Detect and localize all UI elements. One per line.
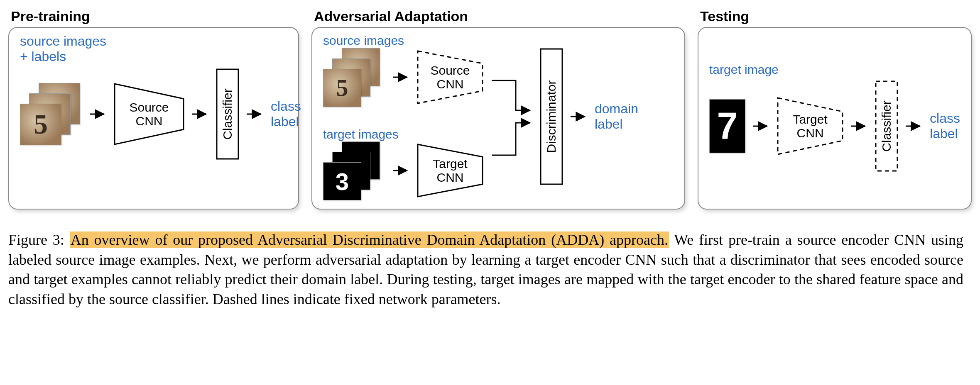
adapt-tgt-label: target images (323, 127, 483, 142)
adaptation-left-col: source images 1 6 5 Source CNN (323, 34, 483, 200)
arrow-icon (247, 109, 263, 119)
adapt-src-label: source images (323, 34, 483, 48)
panel-row: Pre-training source images + labels 1 6 … (8, 8, 972, 210)
pretraining-title: Pre-training (11, 8, 299, 24)
source-cnn-label: Source CNN (430, 63, 470, 91)
converging-arrows (491, 48, 532, 185)
arrow-icon (571, 112, 587, 122)
adapt-tgt-stack: 1 4 3 (323, 141, 385, 200)
figure-caption: Figure 3: An overview of our proposed Ad… (8, 230, 963, 309)
mnist-digit: 3 (323, 162, 361, 200)
pretraining-wrap: Pre-training source images + labels 1 6 … (8, 8, 299, 210)
classifier-label: Classifier (220, 88, 235, 139)
src-images-label: source images + labels (20, 34, 287, 64)
arrow-icon (90, 109, 106, 119)
class-label-output: class label (930, 111, 960, 141)
arrow-icon (906, 121, 922, 131)
class-label-output: class label (271, 99, 301, 129)
adapt-src-stack: 1 6 5 (323, 48, 385, 106)
discriminator-label: Discriminator (544, 80, 559, 153)
testing-title: Testing (700, 8, 972, 24)
target-cnn-frozen: Target CNN (777, 97, 843, 155)
classifier-frozen: Classifier (875, 80, 898, 172)
arrow-icon (192, 109, 208, 119)
source-cnn-frozen: Source CNN (417, 50, 483, 104)
arrow-icon (851, 121, 867, 131)
classifier-block: Classifier (216, 68, 239, 160)
target-cnn-label: Target CNN (433, 157, 467, 184)
testing-wrap: Testing target image 7 Target CNN Classi… (698, 8, 972, 210)
arrow-icon (393, 166, 409, 175)
src-digit-stack: 1 6 5 (20, 83, 82, 145)
svhn-digit: 5 (20, 104, 61, 145)
figure-number: Figure 3: (8, 231, 64, 248)
source-cnn-block: Source CNN (114, 83, 184, 145)
adaptation-title: Adversarial Adaptation (314, 8, 685, 24)
domain-label-output: domain label (595, 101, 638, 132)
adaptation-panel: source images 1 6 5 Source CNN (311, 27, 685, 210)
source-cnn-label: Source CNN (129, 100, 169, 128)
mnist-test-digit: 7 (709, 99, 745, 153)
discriminator-block: Discriminator (540, 48, 563, 185)
classifier-label: Classifier (880, 100, 894, 151)
svhn-digit: 5 (323, 69, 361, 107)
adaptation-wrap: Adversarial Adaptation source images 1 6… (311, 8, 685, 210)
testing-panel: target image 7 Target CNN Classifier cla… (698, 27, 972, 210)
arrow-icon (393, 72, 409, 82)
pretraining-panel: source images + labels 1 6 5 Source CNN … (8, 27, 299, 210)
target-cnn-label: Target CNN (793, 112, 827, 140)
arrow-icon (753, 121, 769, 131)
target-cnn-block: Target CNN (417, 144, 483, 197)
caption-highlight: An overview of our proposed Adversarial … (70, 231, 669, 248)
test-tgt-label: target image (709, 63, 960, 77)
